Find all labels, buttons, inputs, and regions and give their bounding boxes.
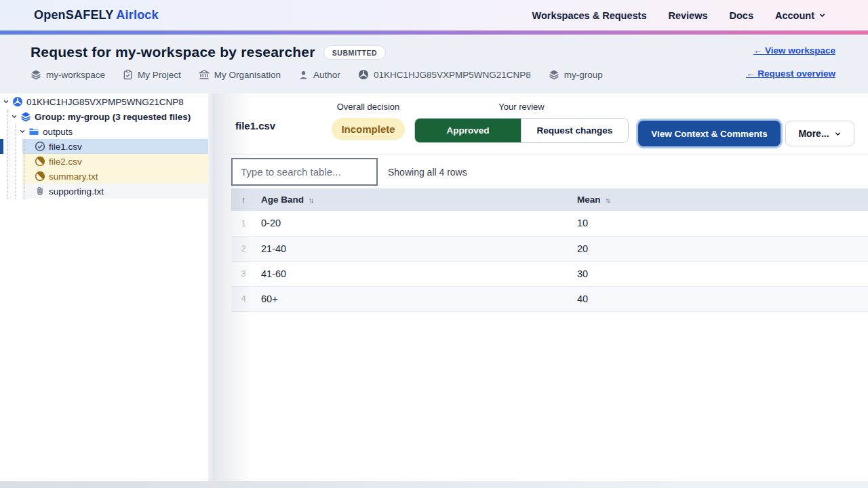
more-button-label: More... <box>798 128 829 139</box>
view-workspace-link[interactable]: ← View workspace <box>753 45 835 56</box>
main-nav: Workspaces & Requests Reviews Docs Accou… <box>532 10 826 21</box>
tree-guide-line <box>24 139 24 199</box>
chevron-down-icon <box>19 128 26 135</box>
column-header-age-band[interactable]: Age Band↑↓ <box>256 188 572 211</box>
csv-preview-table: ↑ Age Band↑↓ Mean↑↓ 1 0-20 10 2 21-40 20… <box>231 188 868 312</box>
tree-item-label: Group: my-group (3 requested files) <box>35 112 191 122</box>
tree-item-label: summary.txt <box>49 171 98 182</box>
tree-guide-line <box>7 109 8 199</box>
meta-project: My Project <box>123 69 181 80</box>
tree-item-label: supporting.txt <box>49 186 104 197</box>
meta-workspace: my-workspace <box>31 69 105 80</box>
folder-icon <box>28 126 39 137</box>
overall-decision-badge: Incomplete <box>332 118 405 140</box>
tree-item-file2-csv[interactable]: file2.csv <box>0 154 208 169</box>
paperclip-icon <box>35 186 45 197</box>
cube-icon <box>358 69 369 80</box>
brand-primary: OpenSAFELY <box>34 8 113 22</box>
request-changes-button[interactable]: Request changes <box>521 119 628 142</box>
half-circle-icon <box>35 156 45 167</box>
tree-item-label: file2.csv <box>49 157 82 167</box>
view-context-comments-button[interactable]: View Context & Comments <box>638 121 781 146</box>
cube-icon <box>12 96 23 107</box>
nav-account-label: Account <box>775 10 814 21</box>
file-detail-panel: file1.csv Overall decision Incomplete Yo… <box>220 94 868 481</box>
pane-divider <box>208 94 220 481</box>
tree-item-file1-csv[interactable]: file1.csv <box>0 139 208 154</box>
sort-ascending-icon: ↑ <box>241 195 246 205</box>
sort-icon: ↑↓ <box>606 197 610 204</box>
approved-button[interactable]: Approved <box>415 119 521 142</box>
column-header-mean[interactable]: Mean↑↓ <box>572 188 868 211</box>
tree-item-label: 01KHC1HJG85VXPMP5WNG21CNP8 <box>26 97 184 107</box>
chevron-down-icon <box>3 98 9 105</box>
app-logo[interactable]: OpenSAFELYAirlock <box>34 8 159 22</box>
table-row: 4 60+ 40 <box>231 286 868 311</box>
building-icon <box>199 69 210 80</box>
file-tree-sidebar: 01KHC1HJG85VXPMP5WNG21CNP8 Group: my-gro… <box>0 94 208 481</box>
review-button-group: Approved Request changes <box>414 118 629 143</box>
request-overview-link[interactable]: ← Request overview <box>746 68 835 79</box>
tree-item-outputs-folder[interactable]: outputs <box>0 124 208 139</box>
table-row: 1 0-20 10 <box>231 211 868 236</box>
layers-icon <box>31 69 41 80</box>
clipboard-icon <box>123 69 133 80</box>
tree-item-label: outputs <box>43 127 73 137</box>
overall-decision-label: Overall decision <box>332 102 405 112</box>
chevron-down-icon <box>818 12 826 19</box>
page-title: Request for my-workspace by researcher <box>31 44 315 60</box>
meta-author: Author <box>298 70 340 80</box>
check-circle-icon <box>35 141 45 152</box>
horizontal-scrollbar-track <box>0 481 868 488</box>
tree-item-label: file1.csv <box>49 142 82 152</box>
status-badge: SUBMITTED <box>323 45 387 60</box>
table-row: 3 41-60 30 <box>231 261 868 286</box>
nav-docs[interactable]: Docs <box>730 10 753 21</box>
rows-summary: Showing all 4 rows <box>388 155 467 189</box>
row-number-sort-header[interactable]: ↑ <box>231 188 256 211</box>
nav-account[interactable]: Account <box>775 10 826 21</box>
table-search-input[interactable] <box>231 158 378 186</box>
brand-accent: Airlock <box>116 8 158 22</box>
chevron-down-icon <box>11 113 18 120</box>
tree-item-supporting-txt[interactable]: supporting.txt <box>0 184 208 199</box>
file-title: file1.csv <box>235 120 275 131</box>
nav-workspaces-requests[interactable]: Workspaces & Requests <box>532 10 647 21</box>
layers-icon <box>20 111 31 122</box>
tree-item-summary-txt[interactable]: summary.txt <box>0 169 208 184</box>
user-icon <box>298 70 309 80</box>
half-circle-icon <box>35 171 45 182</box>
nav-reviews[interactable]: Reviews <box>668 10 707 21</box>
top-navigation-bar: OpenSAFELYAirlock Workspaces & Requests … <box>0 0 868 30</box>
page-header: Request for my-workspace by researcher S… <box>0 35 868 94</box>
tree-guide-line <box>16 124 16 199</box>
your-review-label: Your review <box>414 102 629 112</box>
request-meta: my-workspace My Project My Organisation … <box>31 69 603 80</box>
meta-request-id: 01KHC1HJG85VXPMP5WNG21CNP8 <box>358 69 531 80</box>
layers-icon <box>549 69 559 80</box>
table-row: 2 21-40 20 <box>231 236 868 261</box>
selected-file-indicator <box>0 139 3 154</box>
tree-item-group[interactable]: Group: my-group (3 requested files) <box>0 109 208 124</box>
sort-icon: ↑↓ <box>309 197 313 204</box>
more-button[interactable]: More... <box>785 121 854 146</box>
chevron-down-icon <box>834 130 842 138</box>
tree-item-request-root[interactable]: 01KHC1HJG85VXPMP5WNG21CNP8 <box>0 94 208 109</box>
meta-organisation: My Organisation <box>199 69 281 80</box>
meta-group: my-group <box>549 69 603 80</box>
table-header-row: ↑ Age Band↑↓ Mean↑↓ <box>231 188 868 211</box>
